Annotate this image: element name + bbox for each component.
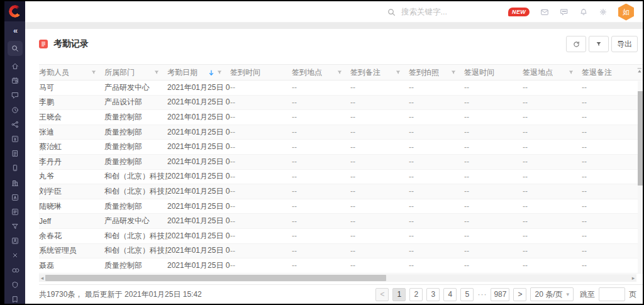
company-icon[interactable] bbox=[8, 179, 23, 187]
table-row[interactable]: 系统管理员和创（北京）科技股份...2021年01月25日 00:00-----… bbox=[39, 244, 643, 259]
table-cell: 产品设计部 bbox=[104, 96, 167, 110]
home-icon[interactable] bbox=[8, 62, 23, 70]
filter-icon[interactable] bbox=[216, 69, 223, 75]
table-cell: -- bbox=[350, 214, 409, 228]
vertical-scroll-thumb[interactable] bbox=[638, 91, 643, 186]
approval-icon[interactable] bbox=[8, 91, 23, 99]
table-cell: -- bbox=[292, 258, 350, 273]
filter-icon[interactable] bbox=[450, 69, 457, 75]
page-button-5[interactable]: 5 bbox=[460, 288, 474, 301]
badge-icon[interactable] bbox=[8, 280, 23, 289]
filter-icon[interactable] bbox=[568, 69, 574, 75]
refresh-button[interactable] bbox=[566, 36, 586, 52]
mail-icon[interactable] bbox=[540, 8, 549, 16]
page-button-2[interactable]: 2 bbox=[409, 288, 423, 301]
filter-icon[interactable] bbox=[336, 69, 343, 75]
table-row[interactable]: 蔡治虹质量控制部2021年01月25日 00:00-------------- bbox=[39, 140, 643, 155]
table-row[interactable]: 刘学臣和创（北京）科技股份...2021年01月25日 00:00-------… bbox=[39, 184, 643, 199]
table-cell: 2021年01月25日 00:00 bbox=[167, 170, 230, 184]
vertical-scrollbar[interactable] bbox=[638, 81, 643, 273]
contract-icon[interactable] bbox=[8, 295, 23, 304]
horizontal-scroll-thumb[interactable] bbox=[45, 275, 386, 281]
app-logo[interactable] bbox=[4, 1, 25, 21]
device-icon[interactable] bbox=[8, 164, 23, 172]
more-pages-ellipsis[interactable]: ··· bbox=[477, 290, 487, 299]
table-row[interactable]: 余春花和创（北京）科技股份...2021年01月25日 00:00-------… bbox=[39, 229, 643, 244]
content-card: 考勤记录 导出 考勤人员所属部门考勤日期签到时间签到地点签 bbox=[25, 29, 643, 304]
prev-page-button[interactable]: < bbox=[375, 288, 389, 301]
table-cell: 聂磊 bbox=[39, 258, 104, 273]
jump-page-input[interactable] bbox=[599, 287, 625, 301]
table-row[interactable]: 马可产品研发中心2021年01月25日 00:00-------------- bbox=[39, 80, 643, 96]
export-button[interactable]: 导出 bbox=[611, 36, 638, 52]
filter-icon[interactable] bbox=[153, 69, 160, 75]
scroll-left-icon[interactable]: ◂ bbox=[39, 274, 45, 282]
table-row[interactable]: 张迪质量控制部2021年01月25日 00:00-------------- bbox=[39, 125, 643, 140]
table-cell: -- bbox=[230, 80, 292, 95]
table-cell: -- bbox=[292, 244, 350, 258]
cut-icon[interactable] bbox=[8, 251, 23, 260]
table-row[interactable]: 陆晓琳质量控制部2021年01月25日 00:00-------------- bbox=[39, 199, 643, 214]
filter-button[interactable] bbox=[589, 36, 609, 52]
next-page-button[interactable]: > bbox=[513, 288, 526, 301]
column-header: 签退备注 bbox=[582, 65, 636, 80]
table-row[interactable]: 丸爷和创（北京）科技股份...2021年01月25日 00:00--------… bbox=[39, 170, 643, 185]
table-cell: -- bbox=[523, 80, 582, 95]
topbar: 搜索关键字... NEW 如 bbox=[25, 1, 643, 23]
message-icon[interactable] bbox=[560, 8, 569, 16]
table-cell: -- bbox=[464, 96, 523, 110]
table-row[interactable]: 聂磊质量控制部2021年01月25日 00:00-------------- bbox=[39, 258, 643, 274]
collapse-icon[interactable]: « bbox=[8, 26, 23, 35]
table-cell: 马可 bbox=[39, 80, 104, 95]
column-header: 签到地点 bbox=[292, 65, 350, 80]
page-button-3[interactable]: 3 bbox=[426, 288, 440, 301]
column-label: 签到备注 bbox=[350, 67, 380, 78]
table-cell: -- bbox=[523, 258, 582, 273]
coins-icon[interactable] bbox=[8, 266, 23, 275]
table-cell: -- bbox=[292, 229, 350, 243]
bell-icon[interactable] bbox=[579, 8, 588, 16]
column-header: 签退地点 bbox=[523, 65, 582, 80]
table-row[interactable]: 李丹丹质量控制部2021年01月25日 00:00-------------- bbox=[39, 155, 643, 170]
share-icon[interactable] bbox=[8, 120, 23, 129]
page-size-select[interactable]: 20 条/页 ▾ bbox=[530, 287, 574, 301]
global-search[interactable]: 搜索关键字... bbox=[387, 1, 447, 23]
employee-icon[interactable] bbox=[8, 236, 23, 245]
page-button-987[interactable]: 987 bbox=[491, 288, 509, 301]
gear-icon[interactable] bbox=[599, 8, 608, 16]
avatar[interactable]: 如 bbox=[618, 4, 634, 21]
table-cell: 2021年01月25日 00:00 bbox=[167, 199, 230, 214]
table-cell: -- bbox=[523, 184, 582, 199]
filter-icon[interactable] bbox=[91, 69, 97, 75]
sort-desc-icon[interactable] bbox=[208, 69, 214, 76]
finance-icon[interactable] bbox=[8, 135, 23, 143]
table-row[interactable]: 李鹏产品设计部2021年01月25日 00:00-------------- bbox=[39, 96, 643, 111]
table-cell: -- bbox=[230, 155, 292, 169]
calendar-icon[interactable] bbox=[8, 76, 23, 85]
scroll-right-icon[interactable]: ▸ bbox=[630, 274, 636, 282]
scroll-top-icon[interactable] bbox=[636, 68, 643, 74]
divider-band bbox=[25, 23, 643, 29]
funnel-icon[interactable] bbox=[8, 222, 23, 231]
table-cell: -- bbox=[409, 199, 464, 214]
table-row[interactable]: Jeff产品研发中心2021年01月25日 00:00-------------… bbox=[39, 214, 643, 229]
attendance-table: 考勤人员所属部门考勤日期签到时间签到地点签到备注签到拍照签退时间签退地点签退备注… bbox=[39, 64, 643, 284]
table-footer: 共19730条， 最后更新于 2021年01月25日 15:42 <12345·… bbox=[39, 284, 643, 304]
idcard-icon[interactable] bbox=[8, 193, 23, 202]
clock-icon[interactable] bbox=[8, 106, 23, 114]
table-row[interactable]: 王晓会质量控制部2021年01月25日 00:00-------------- bbox=[39, 110, 643, 125]
report-icon[interactable] bbox=[8, 149, 23, 158]
screenshot-frame: « 搜索关键字... NEW 如 bbox=[0, 0, 644, 305]
schedule-icon[interactable] bbox=[8, 208, 23, 216]
table-header-row: 考勤人员所属部门考勤日期签到时间签到地点签到备注签到拍照签退时间签退地点签退备注 bbox=[39, 64, 643, 80]
filter-icon[interactable] bbox=[395, 69, 401, 75]
table-cell: 质量控制部 bbox=[104, 110, 167, 125]
search-icon[interactable] bbox=[8, 41, 23, 56]
page-button-4[interactable]: 4 bbox=[443, 288, 457, 301]
table-cell: -- bbox=[523, 110, 582, 125]
horizontal-scrollbar[interactable]: ◂ ▸ bbox=[39, 274, 636, 282]
page-button-1[interactable]: 1 bbox=[392, 288, 406, 301]
column-header: 签退时间 bbox=[464, 65, 523, 80]
table-cell: -- bbox=[350, 80, 409, 95]
new-badge[interactable]: NEW bbox=[508, 8, 530, 17]
